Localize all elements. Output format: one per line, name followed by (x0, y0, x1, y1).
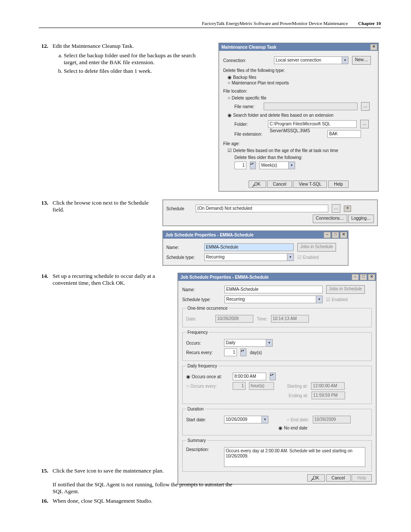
time-input: 10:14:13 AM (271, 315, 309, 323)
step-number: 12. (39, 43, 48, 76)
minimize-icon[interactable]: – (352, 274, 359, 280)
age-number[interactable]: 1 (234, 162, 246, 169)
logging-button[interactable]: Logging… (348, 215, 374, 223)
one-time-legend: One-time occurrence (186, 306, 229, 311)
opt-no-end-date[interactable]: No end date (278, 425, 308, 431)
description-label: Description: (186, 447, 221, 452)
ok-button[interactable]: OK (249, 180, 266, 188)
cancel-button[interactable]: Cancel (326, 474, 351, 482)
step-text: When done, close SQL Management Studio. (53, 498, 381, 504)
opt-occurs-every[interactable]: Occurs every: (186, 383, 229, 389)
type-label: Schedule type: (182, 297, 221, 302)
enabled-checkbox[interactable]: Enabled (297, 255, 319, 260)
schedule-title: Job Schedule Properties - EMMA-Schedule (181, 275, 268, 280)
rule (39, 28, 381, 28)
folder-label: Folder: (234, 122, 265, 127)
occurs-label: Occurs: (186, 341, 221, 345)
type-value: Recurring (204, 253, 287, 261)
start-date-label: Start date: (186, 417, 221, 422)
occurs-dropdown[interactable]: Daily ▾ (224, 339, 273, 347)
opt-plan-reports[interactable]: Maintenance Plan text reports (227, 80, 374, 85)
browse-file-button[interactable]: … (361, 102, 370, 111)
step-12a: Select the backup folder used for the ba… (64, 52, 209, 66)
opt-end-date[interactable]: End date: (286, 417, 309, 422)
date-label: Date: (186, 317, 212, 321)
chevron-down-icon: ▾ (342, 56, 349, 64)
connections-button[interactable]: Connections… (313, 215, 347, 223)
daily-frequency-legend: Daily frequency (186, 364, 218, 368)
folder-input[interactable]: C:\Program Files\Microsoft SQL Server\MS… (268, 120, 357, 128)
ending-at-label: Ending at: (289, 393, 308, 398)
name-label: Name: (182, 287, 221, 292)
date-input: 10/26/2009 (215, 315, 253, 323)
ok-button[interactable]: OK (307, 474, 324, 482)
step-14: 14. Set up a recurring schedule to occur… (39, 273, 168, 286)
jobs-in-schedule-button[interactable]: Jobs in Schedule (297, 243, 336, 252)
extension-label: File extension: (234, 132, 265, 137)
minimize-icon[interactable]: – (324, 232, 331, 238)
maximize-icon[interactable]: □ (332, 232, 339, 238)
step-15: 15. Click the Save icon to save the main… (39, 467, 190, 474)
running-head: FactoryTalk EnergyMetrix Software and Po… (39, 21, 381, 26)
schedule-dialog: Job Schedule Properties - EMMA-Schedule … (177, 273, 377, 485)
frequency-group: Frequency Occurs: Daily ▾ Recurs every: … (182, 330, 372, 361)
cleanup-task-dialog: Maintenance Cleanup Task ✕ Connection: L… (218, 43, 379, 192)
spinner-icon[interactable]: ▴▾ (240, 348, 246, 356)
enabled-checkbox[interactable]: Enabled (326, 297, 348, 302)
cleanup-title: Maintenance Cleanup Task (221, 45, 277, 50)
step-12b: Select to delete files older than 1 week… (64, 68, 209, 75)
step-text: Set up a recurring schedule to occur dai… (53, 273, 168, 286)
jobs-in-schedule-button[interactable]: Jobs in Schedule (326, 285, 365, 294)
name-input[interactable]: EMMA-Schedule (204, 243, 294, 251)
opt-specific-file[interactable]: Delete specific file (227, 95, 374, 100)
connection-label: Connection: (223, 58, 271, 63)
step-number: 15. (39, 467, 48, 474)
close-icon[interactable]: ✕ (340, 232, 347, 238)
schedule-browse-button[interactable]: … (332, 204, 340, 213)
new-connection-button[interactable]: New… (352, 56, 371, 65)
opt-occurs-once[interactable]: Occurs once at: (186, 374, 229, 380)
age-unit-dropdown[interactable]: Week(s) ▾ (259, 162, 295, 169)
close-icon[interactable]: ✕ (344, 205, 351, 212)
summary-group: Summary Description: Occurs every day at… (182, 438, 372, 472)
step-16: 16. When done, close SQL Management Stud… (39, 498, 381, 504)
end-date-value: 10/26/2009 (313, 416, 351, 423)
start-date-dropdown[interactable]: 10/26/2009 ▾ (224, 416, 268, 423)
close-icon[interactable]: ✕ (370, 44, 377, 50)
chevron-down-icon: ▾ (316, 296, 323, 303)
help-button[interactable]: Help (328, 180, 349, 188)
step-13: 13. Click the browse icon next to the Sc… (39, 199, 153, 213)
help-button[interactable]: Help (352, 474, 372, 482)
occurs-value: Daily (224, 339, 266, 347)
starting-time: 12:00:00 AM (311, 382, 345, 390)
older-than-label: Delete files older than the following: (234, 155, 374, 160)
file-age-label: File age: (223, 141, 374, 146)
extension-input[interactable]: BAK (327, 130, 361, 138)
maximize-icon[interactable]: □ (360, 274, 367, 280)
step-number: 13. (39, 199, 48, 213)
spinner-icon[interactable]: ▴▾ (250, 162, 256, 169)
one-time-group: One-time occurrence Date: 10/26/2009 Tim… (182, 306, 372, 327)
cancel-button[interactable]: Cancel (267, 180, 292, 188)
opt-search-folder[interactable]: Search folder and delete files based on … (227, 112, 374, 118)
connection-dropdown[interactable]: Local server connection ▾ (274, 56, 349, 64)
duration-legend: Duration (186, 407, 205, 411)
opt-backup-files[interactable]: Backup files (227, 75, 374, 80)
close-icon[interactable]: ✕ (368, 274, 375, 280)
spinner-icon[interactable]: ▴▾ (270, 373, 276, 380)
type-dropdown[interactable]: Recurring ▾ (224, 296, 323, 303)
start-date-value: 10/26/2009 (224, 416, 262, 423)
occurs-once-time[interactable]: 8:00:00 AM (233, 373, 266, 380)
schedule-field[interactable]: (On Demand) Not scheduled (196, 205, 328, 212)
recurs-number[interactable]: 1 (224, 348, 237, 356)
page: FactoryTalk EnergyMetrix Software and Po… (0, 0, 411, 532)
browse-folder-button[interactable]: … (360, 120, 369, 128)
type-dropdown[interactable]: Recurring ▾ (204, 253, 294, 261)
name-input[interactable]: EMMA-Schedule (224, 286, 323, 293)
view-tsql-button[interactable]: View T-SQL (293, 180, 327, 188)
time-label: Time: (257, 317, 268, 321)
type-value: Recurring (224, 296, 316, 303)
summary-legend: Summary (186, 438, 207, 443)
step-text: Click the Save icon to save the maintena… (53, 467, 164, 474)
chk-delete-on-age[interactable]: Delete files based on the age of the fil… (227, 148, 374, 153)
